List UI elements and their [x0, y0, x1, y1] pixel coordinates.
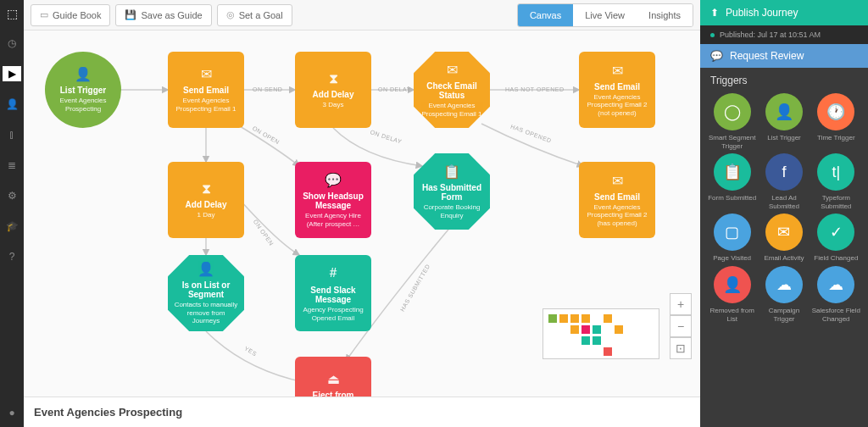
palette-item-1[interactable]: 👤List Trigger [759, 93, 809, 150]
conn-on-open-1: ON OPEN [252, 125, 281, 146]
nav-learn-icon[interactable]: 🎓 [4, 219, 19, 234]
guide-book-button[interactable]: ▭Guide Book [31, 4, 110, 26]
upload-icon: ⬆ [710, 7, 719, 19]
node-sub: Contacts to manually remove from Journey… [173, 301, 239, 325]
node-sub: Event Agencies Prospecting Email 2 (not … [584, 93, 650, 118]
palette-icon: ✓ [817, 214, 854, 251]
node-eject[interactable]: ⏏Eject from Journey✓ [295, 357, 371, 396]
node-title: Eject from Journey [300, 391, 366, 396]
node-sub: Event Agencies Prospecting Email 1 [419, 102, 485, 118]
node-title: Is on List or Segment [173, 280, 239, 299]
palette-label: Lead Ad Submitted [759, 194, 809, 210]
trigger-palette: ◯Smart Segment Trigger👤List Trigger🕐Time… [700, 93, 868, 330]
palette-icon: 🕐 [817, 93, 854, 130]
message-icon: 💬 [325, 172, 342, 188]
nav-journeys-icon[interactable]: ▶ [3, 66, 21, 81]
palette-label: Email Activity [764, 254, 804, 263]
set-goal-button[interactable]: ◎Set a Goal [217, 4, 292, 26]
conn-on-send: ON SEND [253, 86, 282, 92]
node-on-list[interactable]: 👤Is on List or SegmentContacts to manual… [168, 255, 244, 331]
node-title: Check Email Status [419, 81, 485, 100]
node-sub: 1 Day [198, 211, 215, 219]
canvas[interactable]: 👤List TriggerEvent Agencies Prospecting … [24, 30, 700, 396]
conn-on-delay-2: ON DELAY [370, 129, 403, 145]
node-slack[interactable]: ＃Send Slack MessageAgency Prospecting Op… [295, 255, 371, 331]
palette-item-10[interactable]: ☁Campaign Trigger [759, 266, 809, 323]
node-list-trigger[interactable]: 👤List TriggerEvent Agencies Prospecting [45, 52, 121, 128]
triggers-heading: Triggers [700, 68, 868, 93]
node-send-email-1[interactable]: ✉Send EmailEvent Agencies Prospecting Em… [168, 52, 244, 128]
palette-icon: ▢ [714, 214, 751, 251]
palette-icon: 👤 [714, 266, 751, 303]
conn-has-submitted: HAS SUBMITTED [399, 263, 431, 312]
book-icon: ▭ [40, 9, 48, 20]
palette-icon: ☁ [817, 266, 854, 303]
nav-settings-icon[interactable]: ⚙ [4, 188, 19, 203]
save-guide-button[interactable]: 💾Save as Guide [115, 4, 211, 26]
person-icon: 👤 [75, 66, 92, 82]
palette-item-8[interactable]: ✓Field Changed [811, 214, 861, 263]
palette-icon: t| [817, 153, 854, 191]
person-icon: 👤 [198, 261, 214, 277]
node-send-email-3[interactable]: ✉Send EmailEvent Agencies Prospecting Em… [579, 162, 655, 238]
palette-label: Smart Segment Trigger [707, 134, 757, 150]
zoom-out-button[interactable]: − [670, 315, 692, 337]
palette-item-3[interactable]: 📋Form Submitted [707, 153, 757, 210]
conn-on-open-2: ON OPEN [253, 219, 275, 247]
palette-label: Page Visited [713, 254, 751, 263]
nav-avatar-icon[interactable]: ● [4, 405, 19, 420]
tab-insights[interactable]: Insights [637, 4, 693, 26]
palette-item-0[interactable]: ◯Smart Segment Trigger [707, 93, 757, 150]
node-title: Send Email [183, 86, 229, 95]
mail-icon: ✉ [201, 66, 212, 82]
nav-help-icon[interactable]: ? [4, 249, 19, 264]
nav-lists-icon[interactable]: ≣ [4, 158, 19, 173]
palette-label: Removed from List [707, 307, 757, 323]
node-headsup[interactable]: 💬Show Headsup MessageEvent Agency Hire (… [295, 162, 371, 238]
node-add-delay-3d[interactable]: ⧗Add Delay3 Days [295, 52, 371, 128]
node-title: Add Delay [313, 90, 354, 99]
palette-item-4[interactable]: fLead Ad Submitted [759, 153, 809, 210]
publish-button[interactable]: ⬆Publish Journey [700, 0, 868, 25]
palette-icon: ☁ [765, 266, 803, 303]
request-label: Request Review [730, 50, 804, 62]
zoom-in-button[interactable]: + [670, 293, 692, 315]
node-submitted-form[interactable]: 📋Has Submitted FormCorporate Booking Enq… [414, 153, 490, 230]
hourglass-icon: ⧗ [202, 181, 211, 197]
palette-icon: f [765, 153, 803, 191]
conn-yes: YES [243, 346, 258, 358]
request-review-button[interactable]: 💬Request Review [700, 44, 868, 68]
node-title: Send Email [594, 82, 640, 92]
guide-book-label: Guide Book [53, 10, 101, 20]
zoom-fit-button[interactable]: ⊡ [670, 337, 692, 359]
palette-item-7[interactable]: ✉Email Activity [759, 214, 809, 263]
zoom-controls: + − ⊡ [670, 293, 692, 359]
publish-status: Published: Jul 17 at 10:51 AM [700, 25, 868, 44]
node-check-email[interactable]: ✉Check Email StatusEvent Agencies Prospe… [414, 52, 490, 128]
mail-icon: ✉ [612, 173, 623, 189]
conn-has-opened: HAS OPENED [509, 124, 552, 144]
node-title: Has Submitted Form [419, 183, 485, 202]
palette-label: Form Submitted [708, 194, 756, 202]
palette-item-11[interactable]: ☁Salesforce Field Changed [811, 266, 861, 323]
tab-live-view[interactable]: Live View [573, 4, 637, 26]
nav-analytics-icon[interactable]: ⫿ [4, 127, 19, 142]
minimap[interactable] [542, 308, 659, 359]
node-send-email-2[interactable]: ✉Send EmailEvent Agencies Prospecting Em… [579, 52, 655, 128]
palette-item-2[interactable]: 🕐Time Trigger [811, 93, 861, 150]
eject-icon: ⏏ [327, 371, 340, 387]
palette-item-9[interactable]: 👤Removed from List [707, 266, 757, 323]
palette-label: List Trigger [767, 134, 801, 142]
palette-icon: 👤 [765, 93, 803, 130]
view-tabs: Canvas Live View Insights [517, 3, 693, 27]
slack-icon: ＃ [326, 264, 340, 282]
nav-dashboard-icon[interactable]: ◷ [4, 36, 19, 51]
node-add-delay-1d[interactable]: ⧗Add Delay1 Day [168, 162, 244, 238]
node-sub: Corporate Booking Enquiry [419, 203, 485, 219]
node-sub: 3 Days [323, 101, 344, 109]
nav-people-icon[interactable]: 👤 [4, 97, 19, 112]
form-icon: 📋 [443, 164, 460, 180]
palette-item-6[interactable]: ▢Page Visited [707, 214, 757, 263]
tab-canvas[interactable]: Canvas [518, 4, 573, 26]
palette-item-5[interactable]: t|Typeform Submitted [811, 153, 861, 210]
